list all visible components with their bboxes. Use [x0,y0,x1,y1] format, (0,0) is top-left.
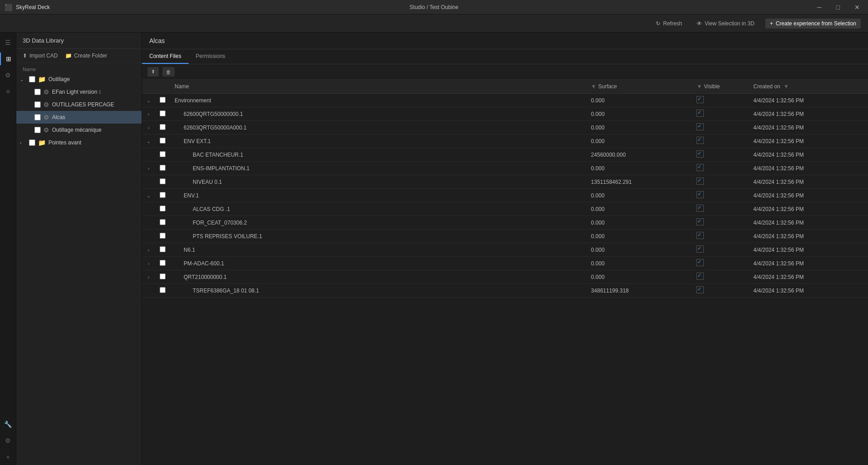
view-selection-button[interactable]: 👁 View Selection in 3D [693,19,758,29]
row-name: 62600QRTG50000000.1 [184,111,243,117]
window-title: Studio / Test Oubine [410,4,459,10]
visible-checkbox[interactable] [697,137,704,144]
chevron-down-icon[interactable]: ⌄ [147,98,151,103]
row-name: BAC ETANCHEUR.1 [193,152,243,158]
icon-bar-gear2[interactable]: ⚙ [0,434,16,447]
row-checkbox[interactable] [160,124,166,130]
icon-bar-plus[interactable]: + [0,451,16,463]
row-checkbox-cell [155,202,170,216]
row-checkbox[interactable] [160,260,166,266]
visible-checkbox[interactable] [697,218,704,225]
titlebar: ⬛ SkyReal Deck Studio / Test Oubine ─ □ … [0,0,868,14]
outillages-checkbox[interactable] [34,101,41,108]
icon-bar-list[interactable]: ≡ [0,85,16,98]
chevron-right-icon[interactable]: › [148,274,150,280]
outillage-checkbox[interactable] [29,76,35,82]
row-expand-cell [142,284,155,297]
upload-file-button[interactable]: ⬆ [147,67,159,77]
visible-checkbox[interactable] [697,259,704,266]
row-checkbox[interactable] [160,233,166,239]
table-row: BAC ETANCHEUR.124560000.0004/4/2024 1:32… [142,148,868,162]
chevron-right-icon[interactable]: › [148,125,150,130]
icon-bar-layers[interactable]: ⊞ [0,53,16,65]
chevron-right-icon[interactable]: › [148,261,150,266]
visible-checkbox[interactable] [697,232,704,239]
visible-checkbox[interactable] [697,96,704,103]
row-checkbox[interactable] [160,192,166,198]
mecanique-checkbox[interactable] [34,127,41,133]
visible-checkbox[interactable] [697,191,704,198]
col-expand-header [142,80,155,94]
alcas-label: Alcas [52,114,65,120]
chevron-right-icon[interactable]: › [148,247,150,253]
chevron-right-icon[interactable]: › [148,166,150,171]
visible-checkbox[interactable] [697,110,704,117]
sidebar-item-outillages-percage[interactable]: ⚙ OUTILLAGES PERCAGE [16,98,142,111]
row-checkbox[interactable] [160,206,166,211]
row-checkbox[interactable] [160,178,166,184]
row-checkbox[interactable] [160,287,166,293]
filter-icon[interactable]: ▼ [591,83,597,90]
visible-checkbox[interactable] [697,164,704,171]
row-checkbox-cell [155,134,170,148]
row-surface-cell: 0.000 [587,121,693,134]
filter-visible-icon[interactable]: ▼ [697,83,702,90]
maximize-button[interactable]: □ [833,2,844,13]
visible-checkbox[interactable] [697,177,704,185]
minimize-button[interactable]: ─ [814,2,825,13]
row-expand-cell [142,230,155,243]
chevron-right-icon[interactable]: › [148,111,150,117]
visible-checkbox[interactable] [697,150,704,158]
row-visible-cell [692,121,749,134]
row-created-cell: 4/4/2024 1:32:56 PM [749,284,868,297]
import-cad-button[interactable]: ⬆ Import CAD [23,53,58,59]
row-checkbox[interactable] [160,97,166,103]
sidebar-item-alcas[interactable]: ⚙ Alcas [16,111,142,124]
tab-permissions[interactable]: Permissions [189,49,232,64]
delete-file-button[interactable]: 🗑 [162,67,175,77]
row-checkbox[interactable] [160,110,166,116]
eye-icon: 👁 [697,20,702,27]
row-expand-cell: ⌄ [142,189,155,202]
visible-checkbox[interactable] [697,123,704,130]
row-checkbox[interactable] [160,246,166,252]
visible-checkbox[interactable] [697,273,704,280]
row-checkbox[interactable] [160,138,166,144]
row-name-cell: ENS-IMPLANTATION.1 [170,162,587,175]
sidebar-item-outillage[interactable]: ⌄ 📁 Outillage [16,73,142,86]
icon-bar-menu[interactable]: ☰ [0,36,16,49]
visible-checkbox[interactable] [697,245,704,253]
sidebar-item-outillage-mecanique[interactable]: ⚙ Outillage mécanique [16,124,142,136]
import-cad-label: Import CAD [29,53,58,59]
row-checkbox[interactable] [160,273,166,279]
icon-bar-settings[interactable]: ⚙ [0,69,16,81]
gear-icon-4: ⚙ [43,126,49,134]
icon-bar-wrench[interactable]: 🔧 [0,418,16,431]
visible-checkbox[interactable] [697,286,704,293]
chevron-down-icon[interactable]: ⌄ [147,193,151,198]
filter-created-icon[interactable]: ▼ [783,83,789,90]
alcas-checkbox[interactable] [34,114,41,120]
row-surface-cell: 0.000 [587,162,693,175]
row-checkbox[interactable] [160,165,166,171]
row-expand-cell: › [142,257,155,270]
efan-checkbox[interactable] [34,89,41,95]
table-row: TSREF6386GA_18 01 08.1348611199.3184/4/2… [142,284,868,297]
refresh-button[interactable]: ↻ Refresh [652,19,686,29]
create-folder-button[interactable]: 📁 Create Folder [65,53,107,59]
table-row: ⌄ENV.10.0004/4/2024 1:32:56 PM [142,189,868,202]
row-checkbox[interactable] [160,219,166,225]
sidebar-item-efan[interactable]: ⚙ EFan Light version ℹ [16,86,142,98]
pointes-checkbox[interactable] [29,139,35,146]
create-experience-button[interactable]: + Create experience from Selection [765,19,861,29]
row-checkbox[interactable] [160,151,166,157]
row-expand-cell: › [142,162,155,175]
row-name-cell: 62600QRTG50000000.1 [170,107,587,121]
row-name-cell: Environnement [170,94,587,107]
tab-content-files[interactable]: Content Files [142,49,189,64]
visible-checkbox[interactable] [697,205,704,212]
chevron-down-icon[interactable]: ⌄ [147,139,151,144]
close-button[interactable]: ✕ [851,2,863,13]
sidebar-item-pointes-avant[interactable]: › 📁 Pointes avant [16,136,142,149]
row-created-cell: 4/4/2024 1:32:56 PM [749,216,868,230]
